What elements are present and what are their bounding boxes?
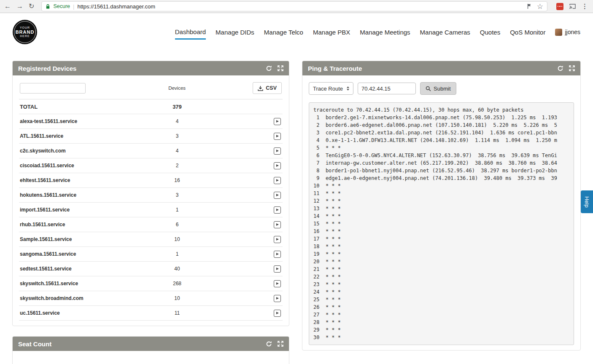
device-name: skyswitch.15611.service [19,281,156,286]
table-row: c2c.skyswitch.com4 [19,144,283,158]
nav-manage-pbx[interactable]: Manage PBX [313,25,350,39]
trace-target-input[interactable] [358,83,416,94]
play-icon[interactable] [274,192,281,199]
username: jjones [565,29,580,35]
device-count: 379 [156,104,198,110]
primary-nav: Dashboard Manage DIDs Manage Telco Manag… [175,25,580,40]
device-name: Sample.15611.service [19,236,156,242]
omnibox-divider: | [73,3,74,10]
device-name: hokutens.15611.service [19,192,156,198]
csv-label: CSV [266,85,277,91]
refresh-icon[interactable] [266,341,272,347]
help-tab[interactable]: Help [581,190,593,213]
device-name: sedtest.15611.service [19,266,156,272]
play-icon[interactable] [274,310,281,317]
device-count: 268 [156,281,198,286]
submit-label: Submit [434,86,450,92]
nav-qos-monitor[interactable]: QoS Monitor [510,25,545,39]
devices-column-header: Devices [156,86,198,91]
play-icon[interactable] [274,118,281,125]
panel-title: Ping & Traceroute [308,65,362,72]
back-icon[interactable]: ← [4,3,11,10]
select-updown-icon [347,86,349,91]
nav-manage-dids[interactable]: Manage DIDs [216,25,254,39]
bookmark-star-icon[interactable]: ☆ [537,2,543,11]
logo-text: HERE [20,35,30,38]
table-row: ehltest.15611.service16 [19,173,283,188]
play-icon[interactable] [274,147,281,155]
nav-quotes[interactable]: Quotes [480,25,500,39]
device-name: import.15611.service [19,207,156,213]
lock-icon [46,4,50,9]
flag-icon[interactable] [527,3,532,9]
user-menu[interactable]: jjones [555,29,580,36]
device-count: 6 [156,222,198,228]
table-row: alexa-test.15611.service4 [19,114,283,129]
device-name: ATL.15611.service [19,133,156,139]
play-icon[interactable] [274,295,281,302]
play-icon[interactable] [274,251,281,258]
table-row: import.15611.service1 [19,203,283,217]
device-name: ciscoiad.15611.service [19,163,156,169]
device-name: rhub.15611.service [19,222,156,228]
device-count: 1 [156,251,198,257]
device-name: c2c.skyswitch.com [19,148,156,154]
secure-badge: Secure [53,3,70,9]
device-name: skyswitch.broadmind.com [19,295,156,301]
device-count: 4 [156,148,198,154]
play-icon[interactable] [274,177,281,184]
seat-count-panel: Seat Count CallSIPMeetingManagerVoicemai… [12,336,289,364]
device-count: 4 [156,118,198,124]
device-search-input[interactable] [20,83,86,94]
browser-menu-icon[interactable]: ⋮ [582,3,588,10]
play-icon[interactable] [274,206,281,214]
nav-manage-telco[interactable]: Manage Telco [264,25,303,39]
expand-icon[interactable] [278,341,283,347]
csv-export-button[interactable]: CSV [253,82,282,94]
browser-toolbar: ← → ↻ Secure | https://15611.dashmanager… [0,0,593,13]
device-count: 11 [156,310,198,316]
nav-manage-meetings[interactable]: Manage Meetings [360,25,410,39]
device-count: 16 [156,177,198,183]
play-icon[interactable] [274,280,281,287]
table-row: sangoma.15611.service1 [19,247,283,262]
nav-dashboard[interactable]: Dashboard [175,25,206,40]
submit-button[interactable]: Submit [420,82,456,95]
play-icon[interactable] [274,221,281,228]
device-count: 2 [156,163,198,169]
site-header: YOUR BRAND HERE Dashboard Manage DIDs Ma… [0,13,593,51]
expand-icon[interactable] [569,65,575,71]
logo-text: BRAND [16,29,35,35]
traceroute-output: traceroute to 70.42.44.15 (70.42.44.15),… [309,102,574,345]
address-bar[interactable]: Secure | https://15611.dashmanager.com ☆ [41,1,547,11]
ping-traceroute-panel: Ping & Traceroute Trace Route [302,61,581,351]
trace-mode-value: Trace Route [313,86,343,92]
panel-title: Registered Devices [18,65,76,72]
seat-count-header: Seat Count [13,337,289,351]
brand-logo[interactable]: YOUR BRAND HERE [13,20,37,44]
play-icon[interactable] [274,133,281,140]
forward-icon[interactable]: → [16,3,23,10]
play-icon[interactable] [274,162,281,169]
play-icon[interactable] [274,236,281,243]
user-avatar [555,29,562,36]
device-count: 10 [156,295,198,301]
trace-mode-select[interactable]: Trace Route [309,82,353,95]
extension-icon[interactable] [556,3,563,10]
table-row: ATL.15611.service3 [19,129,283,144]
cast-icon[interactable] [569,3,576,9]
play-icon[interactable] [274,265,281,273]
refresh-icon[interactable] [557,65,563,72]
device-name: ehltest.15611.service [19,177,156,183]
nav-manage-cameras[interactable]: Manage Cameras [420,25,470,39]
reload-icon[interactable]: ↻ [29,3,34,10]
refresh-icon[interactable] [266,65,272,72]
device-name: sangoma.15611.service [19,251,156,257]
device-count: 40 [156,266,198,272]
expand-icon[interactable] [278,65,283,71]
table-row: rhub.15611.service6 [19,217,283,232]
devices-table: TOTAL379alexa-test.15611.service4ATL.156… [19,99,283,321]
table-row: uc.15611.service11 [19,306,283,321]
device-count: 3 [156,192,198,198]
device-count: 10 [156,236,198,242]
